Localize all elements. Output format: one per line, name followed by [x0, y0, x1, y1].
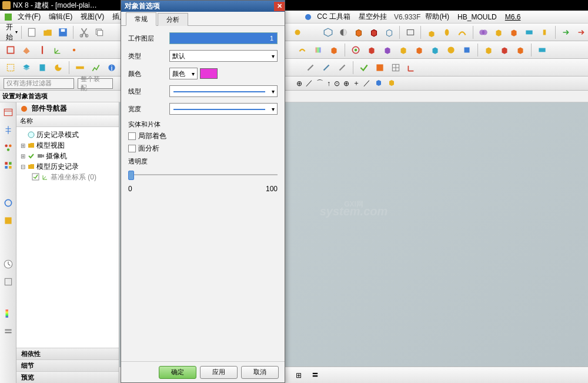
box-icon[interactable]	[352, 25, 365, 39]
partial-shading-checkbox[interactable]: 局部着色	[128, 131, 278, 141]
footer-detail[interactable]: 细节	[16, 359, 119, 371]
datum-axis-icon[interactable]	[35, 43, 49, 57]
vbar-navigator-icon[interactable]	[2, 105, 15, 120]
info-icon[interactable]: i	[105, 61, 119, 75]
sketch-icon[interactable]	[4, 43, 18, 57]
tree-node-model-view[interactable]: ⊞ 模型视图	[18, 140, 118, 151]
datum-plane-icon[interactable]	[19, 43, 34, 57]
open-file-icon[interactable]	[41, 25, 54, 39]
snap-1-icon[interactable]: ⊕	[296, 79, 302, 88]
palette-icon[interactable]	[51, 61, 65, 75]
feature-14-icon[interactable]	[513, 43, 527, 57]
feature-2-icon[interactable]	[311, 43, 325, 57]
tree-node-camera[interactable]: ⊞ 摄像机	[18, 151, 118, 161]
feature-11-icon[interactable]	[460, 43, 474, 57]
save-icon[interactable]	[56, 25, 69, 39]
brush-3-icon[interactable]	[335, 61, 349, 75]
feature-9-icon[interactable]	[428, 43, 442, 57]
feature-3-icon[interactable]	[327, 43, 341, 57]
point-icon[interactable]	[67, 43, 81, 57]
wireframe-icon[interactable]	[382, 25, 396, 39]
angle-icon[interactable]	[405, 61, 419, 75]
arrow2-icon[interactable]	[574, 25, 588, 39]
tab-analysis[interactable]: 分析	[158, 13, 188, 26]
menu-cc-toolbox[interactable]: CC 工具箱	[313, 11, 354, 23]
vbar-internet-icon[interactable]	[2, 195, 15, 211]
copy-icon[interactable]	[92, 25, 106, 39]
feature-6-icon[interactable]	[380, 43, 395, 57]
shade-icon[interactable]	[336, 25, 350, 39]
feature-8-icon[interactable]	[412, 43, 426, 57]
snap-9-icon[interactable]	[374, 78, 383, 89]
menu-edit[interactable]: 编辑(E)	[45, 11, 76, 23]
snap-2-icon[interactable]: ／	[306, 78, 313, 88]
width-combo[interactable]	[169, 103, 278, 115]
revolve-icon[interactable]	[440, 25, 453, 39]
unite-icon[interactable]	[477, 25, 490, 39]
trim-icon[interactable]	[523, 25, 536, 39]
feature-7-icon[interactable]	[396, 43, 410, 57]
start-button[interactable]: 开始 ▾	[4, 25, 18, 39]
tree-node-datum-csys[interactable]: 基准坐标系 (0)	[18, 172, 118, 182]
cut-icon[interactable]	[77, 25, 91, 39]
slider-thumb[interactable]	[128, 171, 134, 180]
feature-10-icon[interactable]	[444, 43, 458, 57]
navigator-tree[interactable]: 历史记录模式 ⊞ 模型视图 ⊞ 摄像机 ⊟ 模型历史记录 基准坐标系	[16, 127, 119, 348]
vbar-properties-icon[interactable]	[2, 274, 15, 289]
selection-filter-combo[interactable]: 仅有选择过滤器	[4, 78, 74, 89]
new-file-icon[interactable]	[25, 25, 39, 39]
bottom-icon-11[interactable]: ⊞	[292, 369, 306, 382]
feature-12-icon[interactable]	[482, 43, 496, 57]
line-type-combo[interactable]	[169, 85, 278, 97]
dialog-title-bar[interactable]: 对象首选项 ✕	[121, 1, 285, 12]
color-swatch[interactable]	[200, 68, 218, 79]
vbar-history-icon[interactable]	[2, 122, 15, 138]
feature-5-icon[interactable]	[365, 43, 379, 57]
tab-general[interactable]: 常规	[126, 12, 156, 26]
type-combo[interactable]: 默认	[169, 50, 278, 62]
snap-3-icon[interactable]: ⌒	[316, 78, 323, 88]
analyze-icon[interactable]	[89, 61, 103, 75]
footer-dependence[interactable]: 相依性	[16, 348, 119, 359]
menu-help[interactable]: 帮助(H)	[422, 11, 453, 23]
tree-node-history-mode[interactable]: 历史记录模式	[18, 129, 118, 140]
footer-preview[interactable]: 预览	[16, 371, 119, 383]
list-icon[interactable]	[373, 61, 387, 75]
check-icon[interactable]	[357, 61, 371, 75]
navigator-column-header[interactable]: 名称	[16, 115, 119, 127]
rect-icon[interactable]	[403, 25, 417, 39]
brush-1-icon[interactable]	[303, 61, 318, 75]
extrude-icon[interactable]	[425, 25, 438, 39]
snap-4-icon[interactable]: ↑	[327, 79, 330, 88]
vbar-settings-icon[interactable]	[2, 324, 15, 339]
vbar-color-icon[interactable]	[2, 306, 15, 321]
work-layer-input[interactable]: 1	[169, 32, 278, 44]
menu-m66[interactable]: M6.6	[502, 12, 524, 22]
transparency-slider[interactable]	[128, 169, 278, 181]
measure-icon[interactable]	[73, 61, 87, 75]
datum-csys-icon[interactable]	[51, 43, 65, 57]
bottom-icon-12[interactable]: 〓	[308, 369, 322, 382]
vbar-layers-icon[interactable]	[2, 158, 15, 173]
apply-button[interactable]: 应用	[200, 366, 238, 379]
layer-icon[interactable]	[19, 61, 34, 75]
feature-15-icon[interactable]	[535, 43, 549, 57]
checkbox-icon[interactable]	[32, 173, 40, 181]
cancel-button[interactable]: 取消	[241, 366, 279, 379]
snap-8-icon[interactable]: ／	[363, 78, 370, 88]
brush-2-icon[interactable]	[319, 61, 333, 75]
snap-7-icon[interactable]: ＋	[353, 78, 360, 88]
feature-1-icon[interactable]	[295, 43, 309, 57]
more-tools-icon[interactable]	[538, 25, 552, 39]
grid-icon[interactable]	[389, 61, 403, 75]
menu-view[interactable]: 视图(V)	[77, 11, 108, 23]
tree-node-model-history[interactable]: ⊟ 模型历史记录	[18, 161, 118, 172]
intersect-icon[interactable]	[507, 25, 521, 39]
subtract-icon[interactable]	[492, 25, 506, 39]
feature-13-icon[interactable]	[497, 43, 512, 57]
book-icon[interactable]	[35, 61, 49, 75]
ok-button[interactable]: 确定	[159, 366, 196, 379]
menu-hb-mould[interactable]: HB_MOULD	[454, 12, 500, 22]
menu-plugin[interactable]: 星空外挂	[355, 11, 390, 23]
vbar-bookmark-icon[interactable]	[2, 213, 15, 228]
